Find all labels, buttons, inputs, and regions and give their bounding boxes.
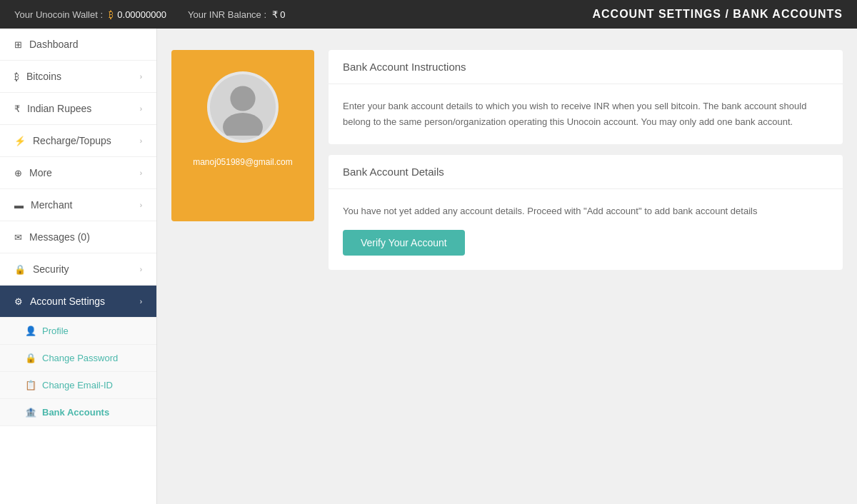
- chevron-right-icon: ›: [140, 73, 142, 81]
- password-icon: 🔒: [25, 353, 36, 363]
- messages-icon: ✉: [14, 232, 22, 243]
- main-layout: ⊞ Dashboard ₿ Bitcoins › ₹ Indian Rupees…: [0, 29, 857, 504]
- sidebar-label-recharge: Recharge/Topups: [33, 135, 111, 146]
- sidebar-label-security: Security: [33, 263, 69, 275]
- settings-icon: ⚙: [14, 296, 23, 307]
- chevron-right-icon: ›: [140, 266, 142, 273]
- sidebar-label-more: More: [29, 167, 52, 178]
- rupee-icon: ₹: [14, 104, 20, 114]
- avatar: [207, 71, 279, 143]
- sidebar-item-messages[interactable]: ✉ Messages (0): [0, 221, 156, 253]
- sidebar-item-bitcoins[interactable]: ₿ Bitcoins ›: [0, 61, 156, 93]
- profile-icon: 👤: [25, 326, 36, 336]
- dashboard-icon: ⊞: [14, 39, 22, 50]
- svg-point-0: [230, 86, 255, 111]
- bank-icon: 🏦: [25, 407, 36, 418]
- sidebar-item-recharge[interactable]: ⚡ Recharge/Topups ›: [0, 125, 156, 157]
- instructions-panel-title: Bank Account Instructions: [329, 50, 843, 84]
- bitcoin-icon: ₿: [14, 71, 19, 82]
- chevron-right-icon: ›: [140, 298, 142, 306]
- sub-label-change-password: Change Password: [42, 353, 118, 363]
- sidebar: ⊞ Dashboard ₿ Bitcoins › ₹ Indian Rupees…: [0, 29, 157, 504]
- sidebar-item-indian-rupees[interactable]: ₹ Indian Rupees ›: [0, 93, 156, 125]
- recharge-icon: ⚡: [14, 136, 26, 146]
- details-panel-title: Bank Account Details: [329, 155, 843, 189]
- details-panel-body: You have not yet added any account detai…: [329, 189, 843, 270]
- topbar-left: Your Unocoin Wallet : ₿ 0.00000000 Your …: [14, 9, 286, 20]
- page-title: ACCOUNT SETTINGS / BANK ACCOUNTS: [592, 8, 843, 21]
- sidebar-label-merchant: Merchant: [31, 199, 72, 211]
- chevron-right-icon: ›: [140, 137, 142, 145]
- sub-item-profile[interactable]: 👤 Profile: [0, 318, 156, 345]
- chevron-right-icon: ›: [140, 105, 142, 113]
- no-account-message: You have not yet added any account detai…: [343, 203, 828, 219]
- sidebar-item-dashboard[interactable]: ⊞ Dashboard: [0, 29, 156, 61]
- sidebar-label-bitcoins: Bitcoins: [26, 71, 61, 82]
- content-area: Bank Account Instructions Enter your ban…: [329, 50, 843, 483]
- sub-item-change-email[interactable]: 📋 Change Email-ID: [0, 372, 156, 399]
- sub-item-bank-accounts[interactable]: 🏦 Bank Accounts: [0, 399, 156, 426]
- account-settings-subitems: 👤 Profile 🔒 Change Password 📋 Change Ema…: [0, 318, 156, 426]
- email-icon: 📋: [25, 380, 36, 390]
- sidebar-label-dashboard: Dashboard: [29, 39, 79, 50]
- sub-label-bank-accounts: Bank Accounts: [42, 407, 109, 418]
- sidebar-label-account-settings: Account Settings: [30, 296, 105, 307]
- instructions-panel: Bank Account Instructions Enter your ban…: [329, 50, 843, 144]
- more-icon: ⊕: [14, 168, 22, 178]
- wallet-balance: Your Unocoin Wallet : ₿ 0.00000000: [14, 9, 166, 20]
- chevron-right-icon: ›: [140, 201, 142, 209]
- details-panel: Bank Account Details You have not yet ad…: [329, 155, 843, 270]
- sidebar-item-account-settings[interactable]: ⚙ Account Settings ›: [0, 286, 156, 318]
- user-silhouette-icon: [214, 79, 271, 136]
- sub-label-profile: Profile: [42, 326, 69, 336]
- sidebar-label-messages: Messages (0): [29, 231, 90, 243]
- verify-account-button[interactable]: Verify Your Account: [343, 230, 465, 256]
- profile-card: manoj051989@gmail.com: [171, 50, 314, 221]
- merchant-icon: ▬: [14, 200, 24, 211]
- security-icon: 🔒: [14, 264, 26, 275]
- profile-email: manoj051989@gmail.com: [193, 157, 293, 167]
- main-content: manoj051989@gmail.com Bank Account Instr…: [157, 29, 857, 504]
- inr-balance: Your INR Balance : ₹ 0: [188, 9, 286, 20]
- sidebar-item-merchant[interactable]: ▬ Merchant ›: [0, 189, 156, 221]
- svg-point-1: [223, 113, 263, 136]
- sidebar-label-rupees: Indian Rupees: [27, 103, 91, 114]
- sub-item-change-password[interactable]: 🔒 Change Password: [0, 345, 156, 372]
- instructions-panel-body: Enter your bank account details to which…: [329, 84, 843, 144]
- chevron-right-icon: ›: [140, 169, 142, 177]
- sidebar-item-more[interactable]: ⊕ More ›: [0, 157, 156, 189]
- sub-label-change-email: Change Email-ID: [42, 380, 113, 390]
- topbar: Your Unocoin Wallet : ₿ 0.00000000 Your …: [0, 0, 857, 29]
- sidebar-item-security[interactable]: 🔒 Security ›: [0, 253, 156, 286]
